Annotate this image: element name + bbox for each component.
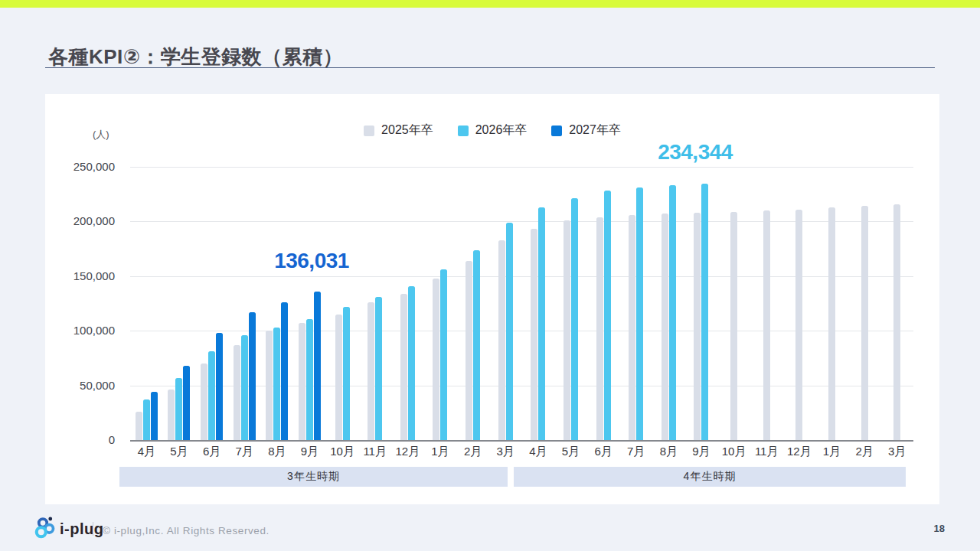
bar-group	[554, 167, 587, 440]
bar-group	[783, 167, 816, 440]
legend-item-2026: 2026年卒	[458, 122, 528, 139]
legend-swatch-2025	[364, 126, 374, 136]
bar-group	[163, 167, 196, 440]
x-axis-label: 9月	[685, 445, 718, 459]
x-axis-label: 1月	[424, 445, 457, 459]
top-accent-bar	[0, 0, 980, 8]
i-plug-logo-icon	[34, 517, 57, 540]
bar	[335, 315, 342, 440]
y-axis-labels: 250,000200,000150,000100,00050,0000	[45, 167, 115, 440]
x-axis-label: 8月	[261, 445, 294, 459]
x-axis-label: 3月	[489, 445, 522, 459]
bar	[266, 331, 273, 440]
bar	[234, 345, 240, 440]
bar	[343, 307, 350, 440]
bar	[408, 286, 415, 440]
x-axis-label: 9月	[293, 445, 326, 459]
bar	[241, 335, 248, 440]
bar-group	[652, 167, 685, 440]
x-axis-label: 10月	[326, 445, 359, 459]
x-axis-label: 8月	[652, 445, 685, 459]
y-axis-tick-label: 50,000	[80, 379, 115, 392]
bar	[208, 351, 215, 440]
x-axis-label: 2月	[848, 445, 881, 459]
bar	[730, 212, 737, 440]
bar	[314, 292, 321, 440]
bar-groups	[130, 167, 913, 440]
bar-group	[815, 167, 848, 440]
bar-group	[522, 167, 555, 440]
footer-separator	[93, 522, 93, 536]
bar	[669, 185, 676, 440]
bar-group	[195, 167, 228, 440]
x-axis-label: 7月	[619, 445, 652, 459]
x-axis-label: 12月	[783, 445, 816, 459]
bar-group	[130, 167, 163, 440]
x-axis-label: 6月	[587, 445, 620, 459]
x-axis-labels: 4月5月6月7月8月9月10月11月12月1月2月3月4月5月6月7月8月9月1…	[130, 445, 913, 459]
legend-item-2025: 2025年卒	[364, 122, 433, 139]
plot-area	[130, 167, 913, 442]
bar	[306, 319, 313, 441]
bar	[151, 392, 158, 440]
bar	[498, 240, 505, 440]
bar-group	[489, 167, 522, 440]
i-plug-wordmark: i-plug	[60, 520, 103, 538]
x-axis-label: 2月	[456, 445, 489, 459]
bar-group	[424, 167, 457, 440]
bar	[183, 366, 190, 440]
y-axis-tick-label: 0	[109, 433, 115, 446]
x-axis-label: 7月	[228, 445, 261, 459]
bar	[604, 191, 611, 440]
chart-card: 2025年卒 2026年卒 2027年卒 (人) 250,000200,0001…	[45, 94, 939, 504]
bar	[701, 184, 708, 440]
bar	[440, 269, 447, 440]
bar	[596, 217, 603, 440]
x-axis-label: 4月	[522, 445, 555, 459]
bar	[636, 187, 643, 440]
x-axis-label: 11月	[358, 445, 391, 459]
bar	[216, 333, 223, 440]
bar-group	[261, 167, 294, 440]
bar-group	[456, 167, 489, 440]
bar	[143, 399, 150, 440]
x-band-grade3: 3年生時期	[119, 467, 508, 487]
bar-group	[717, 167, 750, 440]
bar	[662, 214, 668, 440]
bar-group	[848, 167, 881, 440]
x-axis-label: 6月	[195, 445, 228, 459]
bar	[893, 204, 900, 440]
bar-group	[228, 167, 261, 440]
legend-label-2027: 2027年卒	[569, 122, 621, 139]
y-axis-tick-label: 150,000	[74, 269, 115, 282]
x-axis-label: 5月	[554, 445, 587, 459]
bar	[201, 364, 207, 440]
x-axis-label: 1月	[815, 445, 848, 459]
legend-label-2025: 2025年卒	[381, 122, 433, 139]
bar	[538, 207, 545, 440]
legend-label-2026: 2026年卒	[475, 122, 528, 139]
bar-group	[293, 167, 326, 440]
chart-legend: 2025年卒 2026年卒 2027年卒	[45, 122, 939, 139]
bar	[828, 207, 835, 440]
x-axis-label: 3月	[880, 445, 913, 459]
bar	[281, 302, 288, 440]
bar	[433, 279, 439, 440]
bar	[368, 302, 374, 440]
bar	[531, 229, 537, 440]
annotation-2026-peak: 234,344	[658, 140, 733, 165]
bar	[694, 213, 701, 440]
bar	[473, 250, 480, 440]
bar-group	[619, 167, 652, 440]
legend-swatch-2026	[458, 126, 469, 136]
annotation-2027-peak: 136,031	[274, 249, 349, 273]
bar	[299, 323, 305, 440]
bar	[564, 220, 570, 440]
bar-group	[391, 167, 424, 440]
x-axis-label: 4月	[130, 445, 163, 459]
bar	[795, 210, 802, 440]
bar	[168, 390, 175, 440]
bar	[506, 223, 513, 440]
bar-group	[685, 167, 718, 440]
bar	[466, 261, 472, 440]
